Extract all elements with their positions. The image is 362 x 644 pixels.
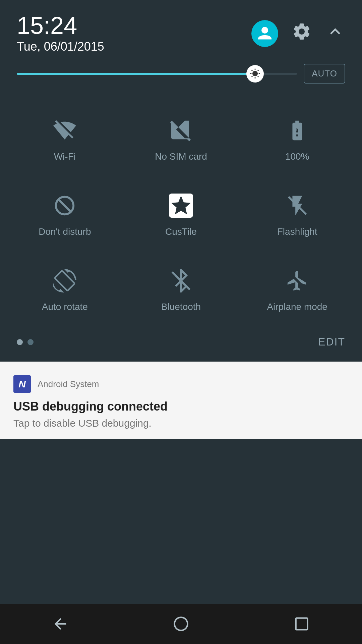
wifi-off-icon xyxy=(51,117,78,144)
recents-button[interactable] xyxy=(293,615,310,633)
back-button[interactable] xyxy=(52,615,69,633)
edit-button[interactable]: EDIT xyxy=(318,336,345,348)
home-button[interactable] xyxy=(172,615,190,633)
tile-wifi[interactable]: Wi-Fi xyxy=(7,100,123,175)
collapse-icon[interactable] xyxy=(325,21,345,46)
tile-flashlight[interactable]: Flashlight xyxy=(239,175,355,251)
tile-battery[interactable]: 100% xyxy=(239,100,355,175)
tile-dnd-label: Don't disturb xyxy=(39,226,91,237)
notification-app-name: Android System xyxy=(38,379,99,389)
custile-icon xyxy=(168,192,194,219)
quick-tiles-grid: Wi-Fi No SIM card 100% xyxy=(0,94,362,332)
notification-body: Tap to disable USB debugging. xyxy=(13,418,349,429)
rotate-icon xyxy=(51,267,78,294)
time-date-block: 15:24 Tue, 06/01/2015 xyxy=(17,13,104,54)
tile-flashlight-label: Flashlight xyxy=(277,226,317,237)
user-avatar-icon[interactable] xyxy=(251,20,278,47)
settings-icon[interactable] xyxy=(292,21,312,46)
tiles-bottom-row: EDIT xyxy=(0,332,362,362)
notification-shade-header: 15:24 Tue, 06/01/2015 xyxy=(0,0,362,60)
bluetooth-icon xyxy=(168,267,194,294)
svg-point-4 xyxy=(175,618,188,631)
tile-custile-label: CusTile xyxy=(165,226,197,237)
tile-rotate-label: Auto rotate xyxy=(42,302,88,312)
tile-battery-label: 100% xyxy=(285,151,309,162)
tile-custile[interactable]: CusTile xyxy=(123,175,239,251)
current-date: Tue, 06/01/2015 xyxy=(17,40,104,54)
tile-wifi-label: Wi-Fi xyxy=(54,151,76,162)
auto-brightness-button[interactable]: AUTO xyxy=(304,64,345,84)
tile-airplane[interactable]: Airplane mode xyxy=(239,251,355,326)
airplane-icon xyxy=(284,267,311,294)
page-dot-1[interactable] xyxy=(17,339,23,345)
notification-area: N Android System USB debugging connected… xyxy=(0,362,362,439)
page-indicators xyxy=(17,339,34,345)
tile-rotate[interactable]: Auto rotate xyxy=(7,251,123,326)
sim-off-icon xyxy=(168,117,194,144)
notification-title[interactable]: USB debugging connected xyxy=(13,399,349,414)
svg-point-0 xyxy=(261,27,268,34)
tile-sim-label: No SIM card xyxy=(155,151,207,162)
tile-sim[interactable]: No SIM card xyxy=(123,100,239,175)
notification-header: N Android System xyxy=(13,375,349,393)
page-dot-2[interactable] xyxy=(27,339,34,345)
tile-airplane-label: Airplane mode xyxy=(267,302,327,312)
android-system-icon: N xyxy=(13,375,31,393)
brightness-slider[interactable] xyxy=(17,73,297,75)
brightness-thumb xyxy=(246,65,264,83)
battery-charging-icon xyxy=(284,117,311,144)
tile-dnd[interactable]: Don't disturb xyxy=(7,175,123,251)
current-time: 15:24 xyxy=(17,13,104,38)
brightness-row: AUTO xyxy=(0,60,362,94)
navigation-bar xyxy=(0,604,362,644)
header-icons xyxy=(251,20,345,47)
brightness-fill xyxy=(17,73,255,75)
svg-rect-5 xyxy=(296,618,308,630)
dnd-icon xyxy=(51,192,78,219)
tile-bluetooth-label: Bluetooth xyxy=(161,302,201,312)
tile-bluetooth[interactable]: Bluetooth xyxy=(123,251,239,326)
flashlight-icon xyxy=(284,192,311,219)
